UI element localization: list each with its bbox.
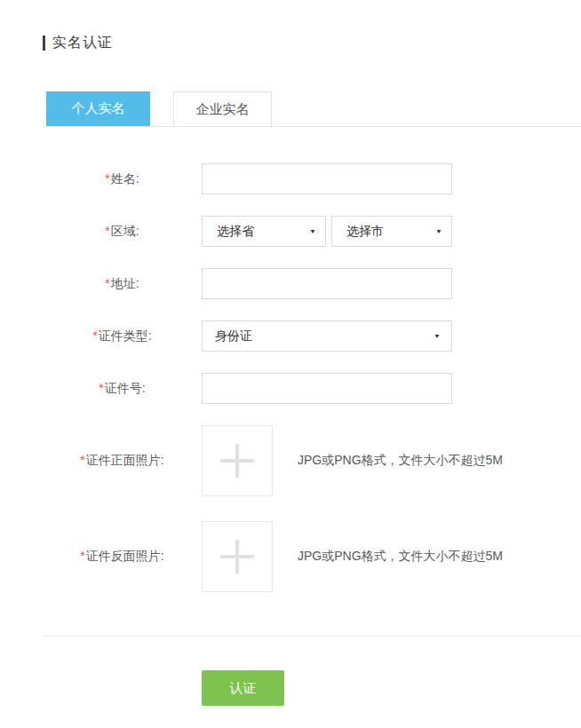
id-number-label: *证件号: xyxy=(43,381,202,397)
id-front-photo-label-text: 证件正面照片: xyxy=(86,453,164,467)
required-asterisk: * xyxy=(80,453,84,467)
form-row-id-front-photo: *证件正面照片: JPG或PNG格式，文件大小不超过5M xyxy=(43,425,581,496)
tab-enterprise-auth[interactable]: 企业实名 xyxy=(173,91,272,126)
divider xyxy=(43,636,581,637)
region-label: *区域: xyxy=(43,224,202,240)
id-back-photo-label-text: 证件反面照片: xyxy=(86,549,164,563)
id-type-label: *证件类型: xyxy=(43,328,202,344)
address-input[interactable] xyxy=(202,268,452,299)
form-row-region: *区域: 选择省 ▼ 选择市 ▼ xyxy=(43,216,581,247)
page-title: 实名认证 xyxy=(52,34,113,52)
province-select[interactable]: 选择省 ▼ xyxy=(202,216,326,247)
id-number-label-text: 证件号: xyxy=(105,381,146,395)
submit-row: 认证 xyxy=(0,670,581,706)
name-label: *姓名: xyxy=(43,171,202,187)
city-select-value: 选择市 xyxy=(346,224,384,240)
real-name-auth-page: 实名认证 个人实名 企业实名 *姓名: *区域: 选择省 ▼ 选择市 ▼ *地址… xyxy=(0,0,581,728)
chevron-down-icon: ▼ xyxy=(309,227,316,234)
name-label-text: 姓名: xyxy=(111,171,139,186)
required-asterisk: * xyxy=(99,381,103,395)
required-asterisk: * xyxy=(105,276,109,290)
required-asterisk: * xyxy=(80,549,84,563)
city-select[interactable]: 选择市 ▼ xyxy=(331,216,452,247)
id-type-select-value: 身份证 xyxy=(215,328,252,344)
id-back-photo-hint: JPG或PNG格式，文件大小不超过5M xyxy=(298,549,503,565)
id-type-select[interactable]: 身份证 ▼ xyxy=(202,320,452,352)
chevron-down-icon: ▼ xyxy=(435,227,442,234)
title-accent-bar xyxy=(43,36,45,51)
id-front-photo-upload[interactable] xyxy=(202,425,273,496)
id-front-photo-hint: JPG或PNG格式，文件大小不超过5M xyxy=(298,453,503,469)
authenticate-button[interactable]: 认证 xyxy=(202,670,284,706)
required-asterisk: * xyxy=(105,224,109,238)
tab-bar: 个人实名 企业实名 xyxy=(46,91,581,127)
required-asterisk: * xyxy=(92,328,97,343)
form-row-id-type: *证件类型: 身份证 ▼ xyxy=(43,320,581,352)
required-asterisk: * xyxy=(105,171,109,186)
id-type-label-text: 证件类型: xyxy=(99,328,152,343)
auth-form: *姓名: *区域: 选择省 ▼ 选择市 ▼ *地址: *证件类型: 身份证 ▼ xyxy=(0,163,581,592)
form-row-name: *姓名: xyxy=(43,163,581,194)
address-label-text: 地址: xyxy=(111,276,139,290)
chevron-down-icon: ▼ xyxy=(434,332,441,339)
plus-icon xyxy=(220,540,254,574)
id-back-photo-label: *证件反面照片: xyxy=(43,549,202,565)
tab-personal-auth[interactable]: 个人实名 xyxy=(46,91,150,126)
plus-icon xyxy=(220,444,254,478)
form-row-id-back-photo: *证件反面照片: JPG或PNG格式，文件大小不超过5M xyxy=(43,521,581,592)
form-row-address: *地址: xyxy=(43,268,581,299)
id-back-photo-upload[interactable] xyxy=(202,521,273,592)
page-header: 实名认证 xyxy=(0,0,581,52)
address-label: *地址: xyxy=(43,276,202,292)
name-input[interactable] xyxy=(202,163,452,194)
form-row-id-number: *证件号: xyxy=(43,373,581,404)
province-select-value: 选择省 xyxy=(217,224,254,240)
page-title-wrap: 实名认证 xyxy=(43,34,581,52)
region-label-text: 区域: xyxy=(111,224,139,238)
id-front-photo-label: *证件正面照片: xyxy=(43,453,202,469)
id-number-input[interactable] xyxy=(202,373,452,404)
